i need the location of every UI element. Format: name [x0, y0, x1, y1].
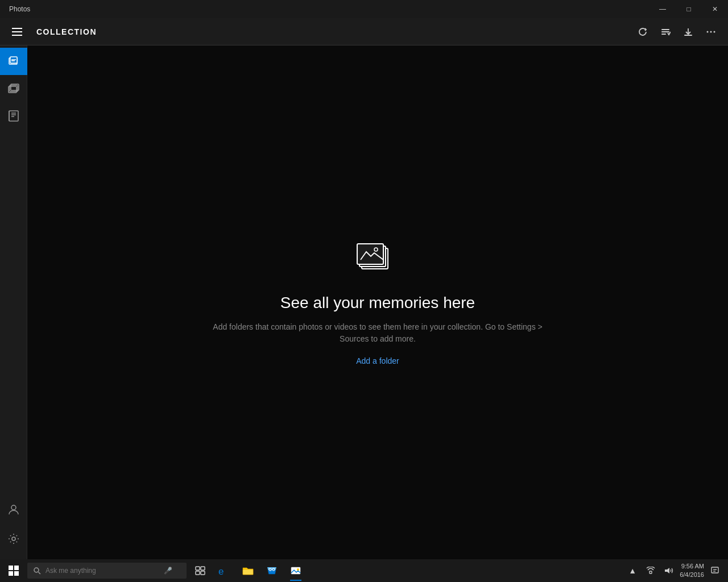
stories-icon	[7, 110, 20, 122]
settings-icon	[7, 533, 20, 545]
svg-point-19	[11, 505, 16, 510]
app-header: COLLECTION	[0, 18, 728, 45]
svg-rect-28	[14, 571, 19, 576]
sidebar-item-albums[interactable]	[0, 75, 27, 102]
add-folder-link[interactable]: Add a folder	[356, 356, 399, 365]
folder-icon	[242, 566, 254, 576]
network-status-icon	[646, 567, 655, 575]
svg-text:e: e	[218, 566, 224, 576]
svg-point-40	[297, 568, 299, 571]
file-explorer-button[interactable]	[237, 559, 259, 582]
search-input[interactable]	[46, 567, 159, 575]
title-bar: Photos — □ ✕	[0, 0, 728, 18]
svg-rect-31	[196, 567, 200, 570]
time-display: 9:56 AM	[681, 562, 704, 571]
svg-line-30	[39, 572, 41, 575]
svg-rect-25	[9, 566, 13, 570]
microphone-icon[interactable]: 🎤	[164, 567, 172, 575]
select-icon	[660, 27, 671, 37]
refresh-button[interactable]	[632, 22, 653, 42]
svg-rect-41	[650, 571, 652, 573]
store-icon	[266, 565, 278, 576]
svg-rect-2	[661, 34, 666, 35]
sidebar	[0, 45, 27, 559]
collection-icon	[7, 55, 20, 68]
svg-rect-1	[661, 31, 669, 32]
select-button[interactable]	[655, 22, 676, 42]
svg-rect-32	[201, 567, 205, 570]
volume-status-icon	[664, 567, 673, 575]
edge-icon: e	[218, 565, 230, 576]
page-title: COLLECTION	[36, 27, 632, 36]
app-title: Photos	[9, 5, 30, 13]
hamburger-line-2	[12, 31, 22, 32]
svg-point-29	[34, 568, 39, 572]
app-container: COLLECTION	[0, 18, 728, 559]
import-icon	[683, 27, 693, 37]
minimize-button[interactable]: —	[650, 0, 676, 18]
svg-rect-0	[661, 29, 669, 30]
more-options-button[interactable]	[701, 22, 721, 42]
more-icon	[706, 27, 716, 37]
photos-taskbar-icon	[290, 565, 301, 576]
svg-marker-42	[665, 568, 669, 573]
svg-point-6	[714, 31, 715, 32]
windows-icon	[9, 566, 19, 576]
window-controls: — □ ✕	[650, 0, 728, 18]
sidebar-item-account[interactable]	[0, 496, 27, 523]
network-icon[interactable]	[642, 562, 659, 579]
sidebar-item-stories[interactable]	[0, 102, 27, 130]
taskbar: 🎤 e	[0, 559, 728, 582]
svg-rect-34	[201, 571, 205, 575]
taskbar-right: ▲ 9:56 AM 6/4/2016	[624, 562, 728, 580]
account-icon	[7, 503, 20, 516]
action-center-icon	[710, 566, 719, 575]
store-button[interactable]	[260, 559, 283, 582]
hamburger-line-1	[12, 28, 22, 29]
task-view-button[interactable]	[189, 559, 212, 582]
content-area: See all your memories here Add folders t…	[27, 45, 728, 559]
import-button[interactable]	[678, 22, 698, 42]
refresh-icon	[638, 27, 648, 37]
system-tray-icons: ▲	[624, 562, 677, 579]
maximize-button[interactable]: □	[676, 0, 702, 18]
sidebar-item-settings[interactable]	[0, 525, 27, 552]
svg-rect-23	[357, 244, 383, 264]
close-button[interactable]: ✕	[702, 0, 728, 18]
date-display: 6/4/2016	[680, 571, 704, 579]
header-actions	[632, 22, 721, 42]
svg-point-20	[12, 537, 15, 541]
empty-state-title: See all your memories here	[280, 294, 475, 312]
svg-point-5	[710, 31, 712, 32]
sidebar-bottom	[0, 496, 27, 552]
svg-rect-43	[712, 567, 718, 573]
empty-state-icon	[355, 239, 400, 279]
search-icon	[33, 567, 41, 575]
empty-state: See all your memories here Add folders t…	[213, 239, 543, 365]
svg-rect-36	[243, 569, 253, 575]
main-area: See all your memories here Add folders t…	[0, 45, 728, 559]
svg-rect-14	[9, 111, 18, 121]
svg-rect-27	[9, 571, 13, 576]
hamburger-line-3	[12, 35, 22, 36]
svg-rect-39	[291, 567, 300, 574]
volume-icon[interactable]	[660, 562, 677, 579]
edge-button[interactable]: e	[213, 559, 235, 582]
start-button[interactable]	[0, 559, 27, 582]
photos-button[interactable]	[284, 559, 307, 582]
menu-button[interactable]	[7, 22, 27, 42]
task-view-icon	[195, 566, 205, 575]
system-clock[interactable]: 9:56 AM 6/4/2016	[680, 562, 704, 580]
svg-point-4	[707, 31, 709, 32]
svg-rect-33	[196, 571, 200, 575]
albums-icon	[7, 82, 20, 95]
taskbar-icons: e	[189, 559, 307, 582]
sidebar-item-collection[interactable]	[0, 48, 27, 75]
svg-rect-26	[14, 566, 19, 570]
show-hidden-icons[interactable]: ▲	[624, 562, 641, 579]
svg-rect-3	[684, 35, 692, 36]
empty-state-description: Add folders that contain photos or video…	[213, 321, 543, 345]
notifications-button[interactable]	[706, 562, 723, 579]
taskbar-search-box[interactable]: 🎤	[27, 563, 187, 579]
